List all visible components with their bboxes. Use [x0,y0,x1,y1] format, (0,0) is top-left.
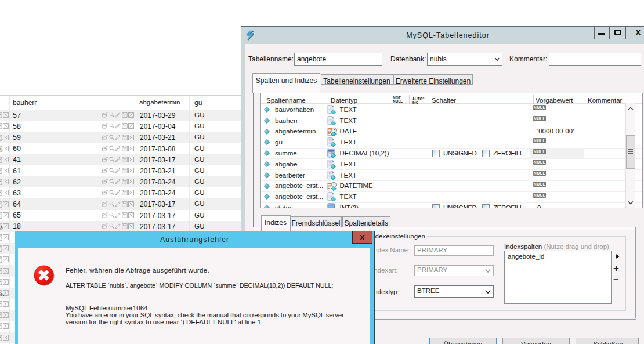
svg-text:NULL: NULL [534,150,546,154]
svg-text:NULL: NULL [534,193,546,197]
svg-text:NULL: NULL [534,171,546,175]
svg-text:NULL: NULL [534,139,546,143]
svg-text:NULL: NULL [534,182,546,186]
svg-text:NULL: NULL [534,106,546,110]
svg-text:NULL: NULL [534,160,546,164]
svg-text:NULL: NULL [534,117,546,121]
